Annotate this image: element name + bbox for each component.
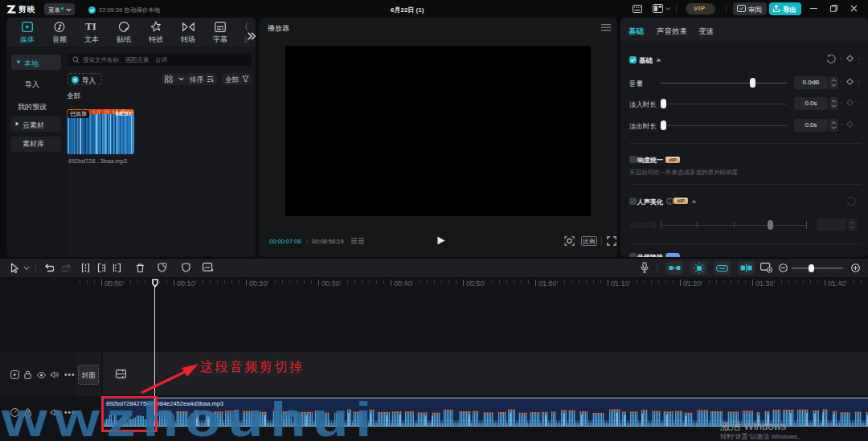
svg-text:01:20: 01:20 [683,280,702,288]
svg-text:00:20: 00:20 [249,280,268,288]
svg-text:00:40: 00:40 [394,280,412,288]
svg-text:00:50: 00:50 [466,280,485,288]
svg-text:01:30: 01:30 [755,280,774,288]
svg-text:00:00: 00:00 [104,280,123,288]
svg-text:01:00: 01:00 [538,280,557,288]
svg-text:01:40: 01:40 [828,280,846,288]
svg-text:01:10: 01:10 [611,280,629,288]
svg-text:00:10: 00:10 [177,280,195,288]
svg-text:00:30: 00:30 [321,280,340,288]
